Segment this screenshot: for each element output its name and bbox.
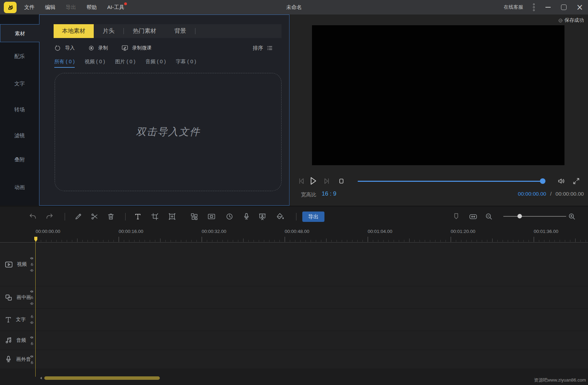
- lock-toggle-icon[interactable]: [30, 360, 34, 364]
- track-label: 视频: [17, 261, 27, 267]
- more-menu-icon[interactable]: [532, 3, 536, 12]
- picture-in-picture-button[interactable]: [207, 212, 216, 221]
- fit-timeline-button[interactable]: [469, 212, 478, 221]
- zoom-in-button[interactable]: [568, 212, 576, 221]
- filter-image[interactable]: 图片 ( 0 ): [115, 58, 136, 67]
- rail-item-material[interactable]: 素材: [0, 24, 39, 42]
- add-text-button[interactable]: [134, 212, 142, 221]
- app-logo[interactable]: [4, 2, 17, 13]
- timeline-zoom-slider[interactable]: [503, 216, 566, 217]
- filter-subtitle[interactable]: 字幕 ( 0 ): [176, 58, 196, 67]
- close-button[interactable]: ×: [576, 4, 583, 11]
- redo-button[interactable]: [45, 212, 54, 221]
- visibility-toggle-icon[interactable]: [30, 269, 34, 273]
- track-lane-audio[interactable]: [36, 331, 588, 349]
- lock-toggle-icon[interactable]: [30, 263, 34, 266]
- timeline-ruler[interactable]: [36, 236, 588, 242]
- track-toggles: [30, 256, 34, 273]
- save-status-label: 保存成功: [564, 17, 584, 24]
- mute-toggle-icon[interactable]: [30, 354, 34, 358]
- tab-intros[interactable]: 片头: [94, 24, 123, 38]
- camera-presenter-button[interactable]: [258, 212, 267, 221]
- lock-toggle-icon[interactable]: [30, 315, 34, 319]
- online-support-link[interactable]: 在线客服: [504, 4, 523, 10]
- menu-ai-tools[interactable]: AI-工具: [107, 4, 124, 11]
- ruler-baseline: [0, 242, 588, 243]
- rail-item-text[interactable]: 文字: [0, 77, 39, 91]
- previous-frame-button[interactable]: [297, 177, 306, 186]
- filter-all[interactable]: 所有 ( 0 ): [54, 58, 75, 68]
- playback-progress-bar[interactable]: [358, 181, 543, 182]
- sort-button[interactable]: 排序: [253, 45, 273, 51]
- stop-button[interactable]: [337, 177, 346, 186]
- menu-ai-tools-label: AI-工具: [107, 4, 124, 10]
- mute-toggle-icon[interactable]: [30, 335, 34, 339]
- import-button[interactable]: 导入: [54, 45, 75, 52]
- rail-item-animation[interactable]: 动画: [0, 180, 39, 194]
- voiceover-button[interactable]: [242, 212, 251, 221]
- next-frame-button[interactable]: [322, 177, 331, 186]
- track-header-text: 文字: [0, 309, 36, 330]
- export-button[interactable]: 导出: [302, 212, 324, 222]
- play-button[interactable]: [307, 176, 318, 186]
- zoom-out-button[interactable]: [485, 212, 493, 221]
- menu-help[interactable]: 帮助: [86, 4, 97, 11]
- freeze-frame-button[interactable]: [168, 212, 176, 221]
- aspect-ratio-value[interactable]: 16 : 9: [322, 190, 337, 197]
- lock-toggle-icon[interactable]: [30, 341, 34, 345]
- track-lane-pip[interactable]: [36, 287, 588, 308]
- rail-item-transition[interactable]: 转场: [0, 103, 39, 116]
- record-lesson-button[interactable]: 录制微课: [121, 44, 151, 52]
- menu-file[interactable]: 文件: [24, 4, 35, 11]
- rail-item-overlay[interactable]: 叠附: [0, 153, 39, 167]
- split-scissors-button[interactable]: [90, 212, 99, 221]
- track-toggles: [30, 354, 34, 364]
- track-lane-voiceover[interactable]: [36, 350, 588, 368]
- maximize-button[interactable]: [560, 4, 567, 11]
- filter-video[interactable]: 视频 ( 0 ): [85, 58, 105, 67]
- record-button[interactable]: 录制: [88, 45, 108, 51]
- mute-toggle-icon[interactable]: [30, 289, 34, 293]
- menu-edit[interactable]: 编辑: [45, 4, 55, 11]
- minimize-button[interactable]: [544, 4, 551, 11]
- video-track-icon: [4, 260, 13, 269]
- delete-button[interactable]: [107, 212, 115, 221]
- filter-audio[interactable]: 音频 ( 0 ): [145, 58, 166, 67]
- track-row-audio: 音频: [0, 331, 588, 349]
- visibility-toggle-icon[interactable]: [30, 321, 34, 325]
- crop-button[interactable]: [150, 212, 159, 221]
- visibility-toggle-icon[interactable]: [30, 301, 34, 306]
- preview-meta-row: 宽高比 16 : 9 00:00:00.00 / 00:00:00.00: [290, 190, 588, 199]
- rail-item-filter[interactable]: 滤镜: [0, 129, 39, 142]
- tab-backgrounds[interactable]: 背景: [165, 24, 195, 38]
- timeline-zoom-handle[interactable]: [517, 214, 522, 218]
- edit-clip-button[interactable]: [74, 212, 83, 221]
- sort-list-icon: [266, 45, 273, 51]
- scroll-left-arrow[interactable]: [39, 376, 44, 381]
- fullscreen-button[interactable]: [572, 177, 581, 186]
- undo-button[interactable]: [28, 212, 37, 221]
- timeline-scrollbar-thumb[interactable]: [44, 376, 160, 380]
- toolbar-separator: [65, 213, 65, 220]
- lock-toggle-icon[interactable]: [30, 295, 34, 299]
- background-fill-button[interactable]: [276, 212, 285, 221]
- mute-toggle-icon[interactable]: [30, 256, 34, 261]
- toolbar-separator: [296, 213, 296, 220]
- playback-progress-handle[interactable]: [540, 178, 545, 184]
- track-toggles: [30, 289, 34, 306]
- titlebar-right: 在线客服 ×: [504, 0, 584, 15]
- bee-logo-icon: [6, 3, 15, 12]
- track-lane-video[interactable]: [36, 243, 588, 286]
- rail-item-music[interactable]: 配乐: [0, 49, 39, 63]
- library-rail: 素材 配乐 文字 转场 滤镜 叠附 动画: [0, 15, 39, 206]
- track-lane-text[interactable]: [36, 309, 588, 330]
- tab-local-media[interactable]: 本地素材: [54, 24, 94, 38]
- mosaic-button[interactable]: [190, 212, 199, 221]
- timecode-display: 00:00:00.00 / 00:00:00.00: [518, 191, 584, 197]
- import-dropzone[interactable]: 双击导入文件: [55, 73, 282, 191]
- duration-button[interactable]: [225, 212, 234, 221]
- record-label: 录制: [98, 45, 108, 51]
- marker-button[interactable]: [452, 212, 460, 220]
- volume-button[interactable]: [557, 177, 566, 186]
- tab-popular-media[interactable]: 热门素材: [124, 24, 165, 38]
